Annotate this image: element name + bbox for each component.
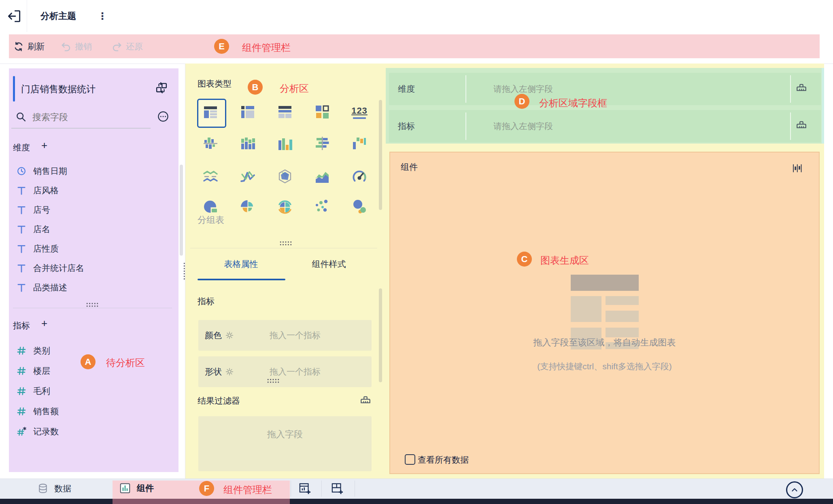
chart-type-gauge[interactable]: [351, 167, 368, 185]
chart-type-scatter[interactable]: [313, 198, 331, 216]
undo-button[interactable]: 撤销: [61, 40, 92, 53]
more-menu-button[interactable]: ⋮: [96, 10, 108, 23]
shape-metric-well[interactable]: 形状 拖入一个指标: [198, 356, 372, 387]
search-underline: [11, 128, 151, 129]
annotation-badge-c: C: [517, 252, 532, 267]
tab-table-properties[interactable]: 表格属性: [210, 258, 272, 270]
sidebar-scrollbar[interactable]: [180, 165, 183, 256]
chart-type-rose-pie[interactable]: [239, 198, 257, 216]
chart-type-pie[interactable]: [202, 198, 219, 216]
dimension-field-row[interactable]: 合并统计店名: [11, 259, 154, 277]
map-globe-icon: [277, 199, 293, 215]
add-dimension-button[interactable]: +: [41, 140, 47, 150]
text-field-icon: [16, 185, 27, 196]
section-divider: [13, 308, 172, 308]
clear-dimension-well-button[interactable]: [795, 83, 808, 95]
chart-type-line[interactable]: [202, 167, 219, 185]
measure-field-row[interactable]: 记录数: [11, 423, 154, 440]
redo-button[interactable]: 还原: [112, 40, 143, 53]
field-label: 毛利: [33, 385, 50, 397]
chart-type-multi-kpi[interactable]: [313, 103, 331, 121]
chart-canvas[interactable]: 组件 C 图表生成区 拖入字段至该区域，将自动生成图表 (支持快捷键ctrl、s…: [389, 152, 820, 474]
dimension-field-row[interactable]: 店性质: [11, 240, 154, 258]
section-resize-handle[interactable]: [86, 302, 99, 307]
field-label: 合并统计店名: [33, 263, 84, 274]
chart-type-area[interactable]: [313, 167, 331, 185]
add-measure-button[interactable]: +: [41, 318, 47, 328]
dimension-field-row[interactable]: 店名: [11, 220, 154, 238]
gear-icon[interactable]: [225, 367, 234, 376]
field-options-button[interactable]: [157, 110, 169, 123]
search-input[interactable]: [32, 110, 130, 125]
collapse-bar-button[interactable]: [786, 481, 803, 498]
properties-resize-handle[interactable]: [267, 378, 280, 383]
result-filter-dropzone[interactable]: 拖入字段: [198, 416, 372, 471]
dimension-field-row[interactable]: 销售日期: [11, 162, 154, 180]
dimension-field-row[interactable]: 店号: [11, 201, 154, 219]
field-label: 品类描述: [33, 282, 67, 293]
tab-data-label: 数据: [54, 483, 71, 494]
clear-measure-well-button[interactable]: [795, 120, 808, 132]
chart-type-cross-table[interactable]: [239, 103, 257, 121]
gear-icon[interactable]: [225, 331, 234, 340]
undo-label: 撤销: [75, 41, 92, 52]
add-dashboard-button[interactable]: [330, 482, 344, 496]
clear-filter-button[interactable]: [359, 395, 372, 407]
measure-well-placeholder: 请拖入左侧字段: [493, 110, 553, 142]
measure-well-label: 指标: [398, 110, 415, 142]
chart-type-grouped-table[interactable]: [202, 103, 219, 121]
properties-scrollbar[interactable]: [379, 288, 382, 382]
chart-grid-resize-handle[interactable]: [279, 241, 292, 246]
field-label: 销售日期: [33, 165, 67, 177]
shape-well-placeholder: 拖入一个指标: [270, 366, 321, 377]
annotation-badge-d: D: [514, 94, 529, 109]
shape-well-label: 形状: [205, 366, 222, 377]
tab-component[interactable]: 组件: [119, 482, 154, 494]
field-label: 店性质: [33, 243, 59, 254]
switch-dataset-button[interactable]: [155, 82, 168, 94]
scatter-icon: [314, 199, 330, 215]
chart-type-bubble[interactable]: [351, 198, 368, 216]
view-all-data-label: 查看所有数据: [418, 454, 469, 466]
measure-well[interactable]: 指标 请拖入左侧字段: [389, 110, 821, 142]
dimension-field-row[interactable]: 店风格: [11, 182, 154, 199]
tab-component-style[interactable]: 组件样式: [298, 258, 360, 270]
chart-type-bar[interactable]: [313, 135, 331, 152]
view-all-data-checkbox[interactable]: [405, 454, 415, 465]
measure-field-row[interactable]: 销售额: [11, 402, 154, 420]
placeholder-table-cell: [606, 311, 639, 322]
add-chart-icon: [298, 482, 312, 496]
refresh-button[interactable]: 刷新: [13, 40, 45, 53]
chart-type-radar[interactable]: [276, 167, 294, 185]
rose-pie-icon: [240, 199, 256, 215]
annotation-label-c: 图表生成区: [540, 254, 589, 267]
chart-type-column[interactable]: [276, 135, 294, 152]
chart-type-stacked-column[interactable]: [239, 135, 257, 152]
add-component-button[interactable]: [298, 482, 312, 496]
tab-data[interactable]: 数据: [37, 483, 71, 494]
text-field-icon: [16, 244, 27, 254]
back-button[interactable]: [6, 8, 22, 24]
refresh-label: 刷新: [28, 41, 45, 52]
topbar-divider: [27, 0, 27, 32]
field-label: 记录数: [33, 426, 59, 437]
annotation-badge-b: B: [248, 80, 263, 95]
annotation-label-f: 组件管理栏: [223, 483, 272, 496]
color-metric-well[interactable]: 颜色 拖入一个指标: [198, 320, 372, 351]
chart-type-range-column[interactable]: [351, 135, 368, 152]
chart-type-map[interactable]: [276, 198, 294, 216]
placeholder-table-cell: [606, 328, 639, 337]
chart-type-kpi-card[interactable]: 123: [351, 103, 368, 121]
bubble-icon: [351, 199, 368, 215]
placeholder-table-cell: [571, 296, 601, 322]
measure-field-row[interactable]: 毛利: [11, 382, 154, 400]
field-label: 店号: [33, 204, 50, 216]
tab-component-label: 组件: [137, 483, 154, 494]
chart-type-bidirectional-bar[interactable]: [202, 135, 219, 152]
dimension-field-row[interactable]: 品类描述: [11, 279, 154, 296]
toggle-field-panel-button[interactable]: [791, 163, 805, 174]
chart-grid-scrollbar[interactable]: [379, 100, 382, 210]
chart-type-detail-table[interactable]: [276, 103, 294, 121]
component-header: 组件: [401, 161, 418, 173]
chart-type-combo-line[interactable]: [239, 167, 257, 185]
